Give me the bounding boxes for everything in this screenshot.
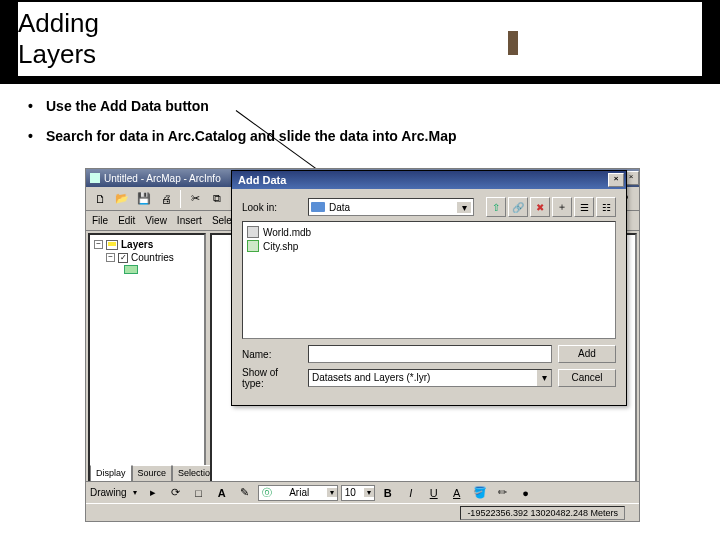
- arcmap-app-icon: [90, 173, 100, 183]
- new-text-button[interactable]: A: [212, 483, 232, 503]
- name-field[interactable]: [308, 345, 552, 363]
- layer-name: Countries: [131, 252, 174, 263]
- menu-edit[interactable]: Edit: [118, 215, 135, 226]
- menu-insert[interactable]: Insert: [177, 215, 202, 226]
- menu-view[interactable]: View: [145, 215, 167, 226]
- chevron-down-icon[interactable]: ▾: [537, 370, 551, 386]
- toc-root-label: Layers: [121, 239, 153, 250]
- folder-icon: [311, 202, 325, 212]
- file-name: World.mdb: [263, 227, 311, 238]
- connect-folder-button[interactable]: 🔗: [508, 197, 528, 217]
- cut-button[interactable]: ✂: [185, 189, 205, 209]
- shapefile-icon: [247, 240, 259, 252]
- file-list[interactable]: World.mdb City.shp: [242, 221, 616, 339]
- dialog-body: Look in: Data ▾ ⇧ 🔗 ✖ ＋ ☰ ☷: [232, 189, 626, 401]
- collapse-icon[interactable]: −: [106, 253, 115, 262]
- drawing-toolbar: Drawing ▾ ▸ ⟳ □ A ✎ ⓞ Arial ▾ 10 ▾ B I U…: [86, 481, 639, 503]
- table-of-contents: − Layers − ✓ Countries Display Source Se…: [88, 233, 206, 485]
- arcmap-window: Untitled - ArcMap - ArcInfo _ □ × 🗋 📂 💾 …: [85, 168, 640, 522]
- bullet-item: Search for data in Arc.Catalog and slide…: [28, 128, 702, 144]
- status-bar: -19522356.392 13020482.248 Meters: [86, 503, 639, 521]
- font-name: Arial: [289, 487, 309, 498]
- list-item[interactable]: City.shp: [247, 240, 611, 252]
- up-one-level-button[interactable]: ⇧: [486, 197, 506, 217]
- leeds-tower-icon: [499, 20, 527, 58]
- font-color-button[interactable]: A: [447, 483, 467, 503]
- layers-icon: [106, 240, 118, 250]
- add-data-dialog: Add Data × Look in: Data ▾ ⇧ 🔗 ✖ ＋: [231, 170, 627, 406]
- line-color-button[interactable]: ✏: [493, 483, 513, 503]
- lookin-combo[interactable]: Data ▾: [308, 198, 474, 216]
- geodatabase-icon: [247, 226, 259, 238]
- print-button[interactable]: 🖨: [156, 189, 176, 209]
- details-view-button[interactable]: ☷: [596, 197, 616, 217]
- toc-layer-row[interactable]: − ✓ Countries: [94, 252, 200, 263]
- cancel-button[interactable]: Cancel: [558, 369, 616, 387]
- slide-title-band: Adding Layers UNIVERSITY OF LEEDS: [0, 0, 720, 84]
- chevron-down-icon[interactable]: ▾: [327, 488, 337, 497]
- coordinate-readout: -19522356.392 13020482.248 Meters: [460, 506, 625, 520]
- collapse-icon[interactable]: −: [94, 240, 103, 249]
- type-combo[interactable]: Datasets and Layers (*.lyr) ▾: [308, 369, 552, 387]
- polygon-symbol-swatch[interactable]: [124, 265, 138, 274]
- type-value: Datasets and Layers (*.lyr): [312, 370, 430, 386]
- rotate-button[interactable]: ⟳: [166, 483, 186, 503]
- dialog-close-button[interactable]: ×: [608, 173, 624, 187]
- open-button[interactable]: 📂: [112, 189, 132, 209]
- nav-icon-row: ⇧ 🔗 ✖ ＋ ☰ ☷: [486, 197, 616, 217]
- new-group-button[interactable]: ＋: [552, 197, 572, 217]
- edit-vertices-button[interactable]: ✎: [235, 483, 255, 503]
- toc-root-row[interactable]: − Layers: [94, 239, 200, 250]
- menu-file[interactable]: File: [92, 215, 108, 226]
- dialog-titlebar[interactable]: Add Data ×: [232, 171, 626, 189]
- fill-color-button[interactable]: 🪣: [470, 483, 490, 503]
- list-item[interactable]: World.mdb: [247, 226, 611, 238]
- file-name: City.shp: [263, 241, 298, 252]
- drawing-label: Drawing: [90, 487, 127, 498]
- marker-color-button[interactable]: ●: [516, 483, 536, 503]
- disconnect-folder-button[interactable]: ✖: [530, 197, 550, 217]
- bullet-list: Use the Add Data button Search for data …: [0, 84, 720, 166]
- dialog-title: Add Data: [238, 174, 286, 186]
- select-elements-button[interactable]: ▸: [143, 483, 163, 503]
- show-of-type-label: Show of type:: [242, 367, 302, 389]
- list-view-button[interactable]: ☰: [574, 197, 594, 217]
- chevron-down-icon[interactable]: ▾: [457, 202, 471, 213]
- lookin-label: Look in:: [242, 202, 302, 213]
- copy-button[interactable]: ⧉: [207, 189, 227, 209]
- chevron-down-icon[interactable]: ▾: [364, 488, 374, 497]
- save-button[interactable]: 💾: [134, 189, 154, 209]
- toolbar-separator: [180, 190, 181, 208]
- new-rectangle-button[interactable]: □: [189, 483, 209, 503]
- new-button[interactable]: 🗋: [90, 189, 110, 209]
- lookin-value: Data: [329, 202, 350, 213]
- font-size: 10: [345, 487, 356, 498]
- visibility-checkbox[interactable]: ✓: [118, 253, 128, 263]
- underline-button[interactable]: U: [424, 483, 444, 503]
- university-brand: UNIVERSITY OF LEEDS: [499, 20, 702, 58]
- name-label: Name:: [242, 349, 302, 360]
- bullet-item: Use the Add Data button: [28, 98, 702, 114]
- font-size-combo[interactable]: 10 ▾: [341, 485, 375, 501]
- add-button[interactable]: Add: [558, 345, 616, 363]
- italic-button[interactable]: I: [401, 483, 421, 503]
- chevron-down-icon[interactable]: ▾: [130, 488, 140, 497]
- bold-button[interactable]: B: [378, 483, 398, 503]
- university-name: UNIVERSITY OF LEEDS: [537, 32, 702, 47]
- font-combo[interactable]: ⓞ Arial ▾: [258, 485, 338, 501]
